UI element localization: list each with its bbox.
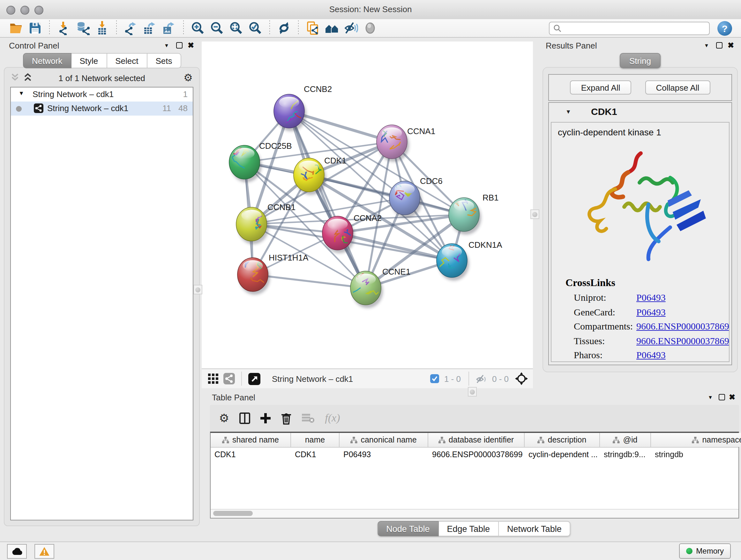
tab-string[interactable]: String bbox=[620, 53, 661, 68]
crosslink-label: Uniprot: bbox=[574, 293, 636, 303]
selected-nodes-checkbox-icon[interactable] bbox=[430, 374, 439, 383]
memory-button[interactable]: Memory bbox=[679, 543, 731, 559]
network-share-icon[interactable] bbox=[223, 373, 235, 384]
panel-close-icon[interactable]: ✖ bbox=[728, 393, 736, 401]
search-field[interactable] bbox=[549, 21, 710, 35]
crosslink-link[interactable]: 9606.ENSP00000378699 bbox=[636, 321, 730, 331]
table-cell[interactable]: P06493 bbox=[340, 448, 428, 462]
memory-status-dot bbox=[686, 548, 692, 554]
collection-expand-caret-icon[interactable]: ▼ bbox=[18, 90, 24, 97]
import-database-icon[interactable] bbox=[75, 20, 91, 37]
tab-style[interactable]: Style bbox=[71, 53, 107, 68]
first-neighbors-icon[interactable] bbox=[324, 20, 340, 37]
crosslink-link[interactable]: P06493 bbox=[636, 307, 666, 317]
export-network-icon[interactable] bbox=[123, 20, 139, 37]
left-splitter-handle[interactable] bbox=[193, 285, 202, 294]
table-settings-gear-icon[interactable]: ⚙ bbox=[219, 411, 229, 425]
help-button[interactable]: ? bbox=[718, 21, 732, 36]
zoom-selected-icon[interactable] bbox=[247, 20, 264, 37]
node-label-CCNA1: CCNA1 bbox=[407, 126, 435, 136]
refresh-icon[interactable] bbox=[276, 20, 292, 37]
window-titlebar: Session: New Session bbox=[0, 0, 741, 20]
zoom-out-icon[interactable] bbox=[209, 20, 225, 37]
cloud-status-button[interactable] bbox=[7, 544, 27, 559]
save-session-icon[interactable] bbox=[27, 20, 44, 37]
crosslink-row: Compartments:9606.ENSP00000378699 bbox=[574, 321, 726, 335]
network-canvas[interactable]: CCNB2CCNA1CDC25BCDK1CDC6RB1CCNB1CCNA2CDK… bbox=[202, 42, 533, 368]
hide-selected-icon[interactable] bbox=[343, 20, 359, 37]
column-header-canonicalname[interactable]: canonical name bbox=[340, 433, 428, 447]
column-header-id[interactable]: @id bbox=[600, 433, 651, 447]
table-cell[interactable]: CDK1 bbox=[291, 448, 340, 462]
network-edge-count: 48 bbox=[179, 104, 188, 113]
network-options-gear-icon[interactable]: ⚙ bbox=[184, 71, 193, 84]
export-image-icon[interactable] bbox=[161, 20, 178, 37]
open-session-icon[interactable] bbox=[8, 20, 24, 37]
import-network-icon[interactable] bbox=[56, 20, 72, 37]
node-HIST1H1A[interactable]: HIST1H1A bbox=[238, 253, 309, 295]
fit-content-target-icon[interactable] bbox=[515, 372, 528, 385]
warnings-button[interactable] bbox=[35, 544, 54, 559]
table-cell[interactable]: 9606.ENSP00000378699 bbox=[428, 448, 525, 462]
table-cell[interactable]: cyclin-dependent ... bbox=[525, 448, 600, 462]
import-table-icon[interactable] bbox=[94, 20, 111, 37]
table-cell[interactable]: CDK1 bbox=[211, 448, 291, 462]
table-horizontal-scrollbar[interactable] bbox=[211, 509, 738, 518]
toolbar-separator bbox=[116, 20, 117, 36]
zoom-in-icon[interactable] bbox=[190, 20, 206, 37]
panel-menu-icon[interactable]: ▼ bbox=[703, 42, 711, 49]
tab-edge-table[interactable]: Edge Table bbox=[439, 521, 499, 537]
node-CCNB2[interactable]: CCNB2 bbox=[274, 84, 332, 131]
tab-network-table[interactable]: Network Table bbox=[499, 521, 570, 537]
collapse-all-button[interactable]: Collapse All bbox=[645, 80, 711, 95]
panel-menu-icon[interactable]: ▼ bbox=[706, 393, 714, 401]
show-all-icon[interactable] bbox=[362, 20, 379, 37]
crosslink-link[interactable]: 9606.ENSP00000378699 bbox=[636, 335, 730, 346]
column-header-name[interactable]: name bbox=[291, 433, 340, 447]
column-header-sharedname[interactable]: shared name bbox=[211, 433, 291, 447]
node-CCNE1[interactable]: CCNE1 bbox=[348, 267, 410, 308]
tab-node-table[interactable]: Node Table bbox=[377, 521, 439, 537]
node-CDC25B[interactable]: CDC25B bbox=[229, 141, 292, 182]
node-RB1[interactable]: RB1 bbox=[449, 193, 499, 235]
export-table-icon[interactable] bbox=[142, 20, 158, 37]
tab-network[interactable]: Network bbox=[23, 53, 71, 68]
column-header-databaseidentifier[interactable]: database identifier bbox=[428, 433, 525, 447]
node-CDKN1A[interactable]: CDKN1A bbox=[436, 240, 502, 281]
protein-section-header[interactable]: ▼ CDK1 bbox=[549, 103, 731, 121]
create-column-plus-icon[interactable] bbox=[260, 413, 271, 423]
node-CDK1[interactable]: CDK1 bbox=[293, 156, 346, 195]
column-header-description[interactable]: description bbox=[525, 433, 600, 447]
scrollbar-thumb[interactable] bbox=[213, 511, 253, 516]
right-splitter-handle[interactable] bbox=[530, 209, 539, 219]
clone-network-icon[interactable] bbox=[305, 20, 321, 37]
network-collection-row[interactable]: ▼ String Network – cdk1 1 bbox=[11, 87, 193, 102]
network-status-dot bbox=[16, 106, 22, 112]
panel-float-icon[interactable] bbox=[716, 42, 723, 49]
expand-all-button[interactable]: Expand All bbox=[570, 80, 631, 95]
node-label-RB1: RB1 bbox=[482, 193, 499, 202]
crosslink-link[interactable]: P06493 bbox=[636, 293, 666, 303]
node-CCNB1[interactable]: CCNB1 bbox=[236, 202, 295, 244]
panel-close-icon[interactable]: ✖ bbox=[187, 42, 195, 49]
panel-close-icon[interactable]: ✖ bbox=[727, 42, 735, 49]
zoom-fit-icon[interactable] bbox=[228, 20, 245, 37]
tab-select[interactable]: Select bbox=[107, 53, 147, 68]
table-row[interactable]: CDK1CDK1P064939606.ENSP00000378699cyclin… bbox=[211, 448, 738, 462]
birds-eye-view-icon[interactable] bbox=[248, 373, 260, 385]
search-input[interactable] bbox=[562, 22, 709, 34]
panel-float-icon[interactable] bbox=[176, 42, 183, 49]
network-row[interactable]: String Network – cdk1 11 48 bbox=[11, 102, 193, 116]
panel-float-icon[interactable] bbox=[718, 393, 726, 401]
node-label-CCNB1: CCNB1 bbox=[267, 202, 295, 212]
crosslink-link[interactable]: P06493 bbox=[636, 350, 666, 360]
table-cell[interactable]: stringdb bbox=[651, 448, 741, 462]
delete-column-trash-icon[interactable] bbox=[281, 412, 292, 424]
panel-menu-icon[interactable]: ▼ bbox=[163, 42, 171, 49]
table-cell[interactable]: stringdb:9... bbox=[600, 448, 651, 462]
tab-sets[interactable]: Sets bbox=[147, 53, 181, 68]
collapse-section-caret-icon[interactable]: ▼ bbox=[565, 109, 571, 115]
grid-view-icon[interactable] bbox=[208, 374, 218, 384]
column-header-namespace[interactable]: namespace bbox=[651, 433, 741, 447]
show-columns-icon[interactable] bbox=[239, 413, 250, 424]
